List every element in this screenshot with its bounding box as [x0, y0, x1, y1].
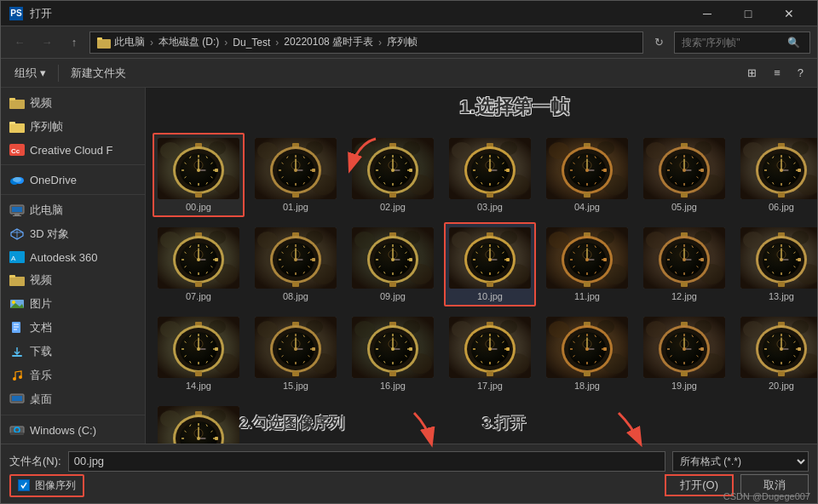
sidebar-sequence-label: 序列帧: [30, 119, 63, 135]
file-item[interactable]: 21.jpg: [153, 401, 245, 444]
file-item[interactable]: 02.jpg: [347, 133, 439, 217]
filetype-select[interactable]: 所有格式 (*.*): [672, 451, 809, 472]
view-large-icon[interactable]: ⊞: [742, 64, 762, 82]
file-label: 15.jpg: [283, 381, 308, 391]
svg-rect-363: [603, 258, 607, 261]
sidebar-music-label: 音乐: [30, 368, 52, 383]
image-sequence-checkbox[interactable]: [18, 479, 30, 491]
title-bar-controls: ─ □ ✕: [688, 1, 809, 26]
sidebar-windows-c-label: Windows (C:): [30, 424, 96, 437]
svg-rect-228: [798, 169, 801, 172]
sidebar-item-cc[interactable]: Cc Creative Cloud F: [1, 139, 145, 161]
svg-point-281: [294, 258, 297, 261]
svg-rect-5: [9, 123, 25, 133]
svg-rect-256: [195, 282, 202, 287]
file-item[interactable]: 00.jpg: [153, 133, 245, 217]
svg-rect-3: [9, 100, 25, 109]
view-list-icon[interactable]: ≡: [769, 64, 786, 82]
minimize-button[interactable]: ─: [688, 1, 727, 26]
forward-button[interactable]: →: [35, 31, 59, 54]
cc-icon: Cc: [9, 143, 25, 157]
file-thumb: [158, 138, 239, 199]
sidebar-item-thispc[interactable]: 此电脑: [1, 198, 145, 222]
refresh-button[interactable]: ↻: [647, 31, 671, 54]
file-thumb: [449, 227, 531, 289]
sidebar-onedrive-label: OneDrive: [30, 174, 77, 186]
filename-input[interactable]: [68, 451, 665, 472]
file-item[interactable]: 04.jpg: [541, 133, 633, 217]
file-label: 02.jpg: [380, 202, 406, 212]
svg-rect-499: [389, 371, 396, 376]
svg-point-389: [683, 258, 686, 261]
file-item[interactable]: 18.jpg: [541, 312, 633, 396]
svg-rect-255: [215, 258, 218, 261]
file-label: 14.jpg: [186, 381, 211, 391]
address-bar[interactable]: 此电脑 › 本地磁盘 (D:) › Du_Test › 20220108 盛时手…: [89, 32, 643, 54]
sidebar-item-music[interactable]: 音乐: [1, 364, 145, 387]
sidebar-item-3d[interactable]: 3D 对象: [1, 222, 145, 246]
up-button[interactable]: ↑: [62, 31, 86, 54]
sidebar-item-desktop[interactable]: 桌面: [1, 387, 145, 411]
address-part-pc: 此电脑: [114, 35, 145, 49]
sidebar-cc-label: Creative Cloud F: [30, 144, 113, 157]
svg-rect-525: [506, 347, 510, 351]
file-label: 20.jpg: [769, 381, 794, 391]
svg-rect-606: [798, 347, 801, 351]
search-input[interactable]: [682, 37, 784, 49]
file-item[interactable]: 13.jpg: [735, 222, 817, 306]
sidebar-item-videos2[interactable]: 视频: [1, 268, 145, 292]
file-thumb: [352, 138, 434, 199]
organize-button[interactable]: 组织 ▾: [9, 63, 51, 83]
svg-rect-120: [409, 169, 412, 172]
maximize-button[interactable]: □: [729, 1, 768, 26]
file-item[interactable]: 10.jpg: [444, 222, 536, 306]
sidebar-item-videos[interactable]: 视频: [1, 91, 145, 115]
sidebar-item-documents[interactable]: 文档: [1, 316, 145, 340]
help-button[interactable]: ?: [792, 64, 809, 82]
file-item[interactable]: 20.jpg: [735, 312, 817, 396]
svg-rect-229: [778, 192, 785, 198]
new-folder-label: 新建文件夹: [71, 66, 126, 81]
sidebar-item-sequence[interactable]: 序列帧: [1, 115, 145, 139]
file-thumb: [643, 138, 725, 199]
back-button[interactable]: ←: [8, 31, 32, 54]
file-item[interactable]: 12.jpg: [638, 222, 730, 306]
svg-point-362: [585, 258, 589, 261]
svg-rect-310: [389, 282, 396, 287]
svg-rect-121: [389, 192, 396, 198]
svg-rect-94: [292, 192, 299, 198]
search-bar[interactable]: 🔍: [674, 32, 810, 54]
file-item[interactable]: 01.jpg: [250, 133, 342, 217]
file-item[interactable]: 19.jpg: [638, 312, 730, 396]
sidebar-item-windows-c[interactable]: Windows (C:): [1, 419, 145, 441]
file-item[interactable]: 14.jpg: [153, 312, 245, 396]
sidebar-item-onedrive[interactable]: OneDrive: [1, 169, 145, 191]
new-folder-button[interactable]: 新建文件夹: [66, 63, 131, 83]
sidebar-item-autodesk[interactable]: A Autodesk 360: [1, 246, 145, 268]
address-part-dutest: Du_Test: [233, 37, 270, 49]
sidebar-desktop-label: 桌面: [30, 392, 52, 407]
action-row: 图像序列 打开(O) 取消: [9, 474, 809, 497]
file-item[interactable]: 05.jpg: [638, 133, 730, 217]
file-item[interactable]: 07.jpg: [153, 222, 245, 306]
file-item[interactable]: 11.jpg: [541, 222, 633, 306]
svg-point-497: [391, 347, 395, 351]
checkbox-label: 图像序列: [35, 478, 76, 493]
svg-rect-202: [681, 192, 688, 198]
title-bar: PS 打开 ─ □ ✕: [1, 1, 817, 26]
file-item[interactable]: 08.jpg: [250, 222, 342, 306]
file-label: 06.jpg: [769, 202, 794, 212]
sidebar-item-pictures[interactable]: 图片: [1, 292, 145, 316]
file-item[interactable]: 17.jpg: [444, 312, 536, 396]
file-item[interactable]: 06.jpg: [735, 133, 817, 217]
file-item[interactable]: 09.jpg: [347, 222, 439, 306]
file-label: 03.jpg: [477, 202, 503, 212]
close-button[interactable]: ✕: [769, 1, 809, 26]
svg-point-200: [683, 169, 686, 172]
file-item[interactable]: 16.jpg: [347, 312, 439, 396]
file-item[interactable]: 15.jpg: [250, 312, 342, 396]
file-item[interactable]: 03.jpg: [444, 133, 536, 217]
sidebar-item-downloads[interactable]: 下载: [1, 340, 145, 364]
svg-rect-471: [312, 347, 315, 351]
svg-rect-498: [409, 347, 412, 351]
